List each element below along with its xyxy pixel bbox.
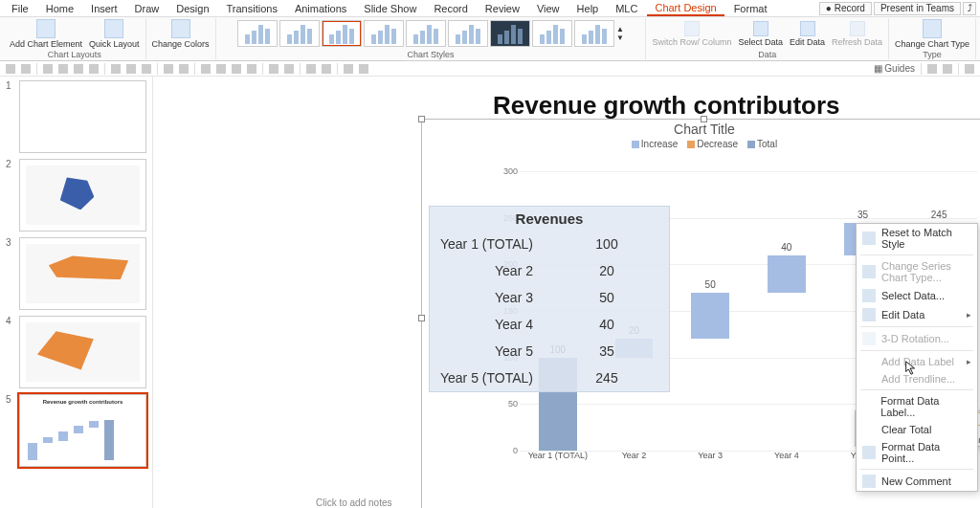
tab-format[interactable]: Format bbox=[726, 2, 775, 15]
tab-chart-design[interactable]: Chart Design bbox=[647, 1, 724, 16]
undo-icon[interactable] bbox=[6, 64, 15, 74]
styles-more-icon[interactable]: ▲ bbox=[616, 25, 624, 33]
chart-style-8[interactable] bbox=[532, 20, 572, 47]
styles-more-icon[interactable]: ▼ bbox=[616, 33, 624, 42]
notes-placeholder[interactable]: Click to add notes bbox=[316, 497, 392, 508]
chart-style-3[interactable] bbox=[322, 20, 362, 47]
tab-transitions[interactable]: Transitions bbox=[219, 2, 285, 15]
tab-view[interactable]: View bbox=[529, 2, 568, 15]
tab-animations[interactable]: Animations bbox=[287, 2, 354, 15]
tab-file[interactable]: File bbox=[4, 2, 36, 15]
tab-draw[interactable]: Draw bbox=[127, 2, 167, 15]
font-color-icon[interactable] bbox=[359, 64, 368, 74]
group-icon[interactable] bbox=[284, 64, 294, 74]
chart-bar[interactable] bbox=[691, 293, 729, 340]
data-label[interactable]: 50 bbox=[705, 279, 716, 290]
tab-review[interactable]: Review bbox=[478, 2, 527, 15]
share-icon[interactable]: ⤴ bbox=[963, 2, 976, 15]
present-in-teams-button[interactable]: Present in Teams bbox=[874, 2, 961, 15]
new-slide-icon[interactable] bbox=[43, 64, 53, 74]
indent-icon[interactable] bbox=[164, 64, 173, 74]
text-icon[interactable] bbox=[58, 64, 68, 74]
tab-insert[interactable]: Insert bbox=[83, 2, 125, 15]
group-data: Data bbox=[758, 50, 776, 59]
chart-legend[interactable]: Increase Decrease Total bbox=[422, 139, 980, 149]
group-chart-styles: Chart Styles bbox=[408, 50, 455, 59]
slide-thumb-2[interactable]: 2 bbox=[6, 159, 146, 232]
align-right-icon[interactable] bbox=[142, 64, 151, 74]
chart-style-2[interactable] bbox=[279, 20, 320, 47]
zoom-icon[interactable] bbox=[927, 64, 937, 74]
chart-style-7[interactable] bbox=[490, 20, 530, 47]
ctx-clear-total[interactable]: Clear Total bbox=[857, 421, 977, 438]
help-icon[interactable] bbox=[965, 64, 974, 74]
tab-design[interactable]: Design bbox=[168, 2, 216, 15]
ctx-reset-style[interactable]: Reset to Match Style bbox=[857, 224, 977, 253]
slide-thumb-1[interactable]: 1 bbox=[6, 80, 146, 153]
tab-home[interactable]: Home bbox=[38, 2, 81, 15]
table-row: Year 5 (TOTAL)245 bbox=[430, 364, 669, 391]
ctx-new-comment[interactable]: New Comment bbox=[857, 472, 977, 491]
ctx-edit-data[interactable]: Edit Data▸ bbox=[857, 305, 977, 324]
chart-style-1[interactable] bbox=[237, 20, 278, 47]
align-left-icon[interactable] bbox=[111, 64, 121, 74]
ctx-format-data-point[interactable]: Format Data Point... bbox=[857, 438, 977, 467]
line-icon[interactable] bbox=[232, 64, 241, 74]
tab-record[interactable]: Record bbox=[426, 2, 475, 15]
fill-icon[interactable] bbox=[216, 64, 226, 74]
legend-decrease-swatch bbox=[687, 141, 695, 148]
arrange-icon[interactable] bbox=[269, 64, 278, 74]
chart-style-9[interactable] bbox=[574, 20, 614, 47]
quick-access-toolbar: ▦ Guides bbox=[0, 61, 980, 77]
data-label[interactable]: 35 bbox=[858, 210, 868, 220]
edit-data-button[interactable]: Edit Data bbox=[788, 21, 827, 47]
table-row: Year 1 (TOTAL)100 bbox=[430, 231, 669, 257]
chart-style-5[interactable] bbox=[406, 20, 446, 47]
slide-thumb-4[interactable]: 4 bbox=[6, 316, 146, 388]
quick-layout-button[interactable]: Quick Layout bbox=[87, 19, 142, 49]
change-chart-type-button[interactable]: Change Chart Type bbox=[893, 19, 971, 49]
data-label[interactable]: 245 bbox=[931, 210, 947, 220]
fit-icon[interactable] bbox=[943, 64, 952, 74]
table-row: Year 220 bbox=[430, 257, 669, 284]
distribute-v-icon[interactable] bbox=[322, 64, 331, 74]
distribute-h-icon[interactable] bbox=[306, 64, 316, 74]
table-row: Year 350 bbox=[430, 284, 669, 311]
legend-increase-swatch bbox=[632, 141, 639, 148]
align-center-icon[interactable] bbox=[126, 64, 136, 74]
chart-title[interactable]: Chart Title bbox=[422, 121, 980, 137]
tab-mlc[interactable]: MLC bbox=[608, 2, 645, 15]
chart-style-6[interactable] bbox=[448, 20, 488, 47]
workspace: 1 2 3 4 5 Revenue growth contributors Re… bbox=[0, 77, 980, 508]
color-icon[interactable] bbox=[344, 64, 353, 74]
context-menu: Reset to Match Style Change Series Chart… bbox=[856, 223, 978, 492]
add-chart-element-button[interactable]: Add Chart Element bbox=[8, 19, 84, 49]
slide-thumb-3[interactable]: 3 bbox=[6, 237, 146, 310]
ctx-format-data-label[interactable]: Format Data Label... bbox=[857, 392, 977, 421]
tab-slideshow[interactable]: Slide Show bbox=[356, 2, 424, 15]
slide-canvas[interactable]: Revenue growth contributors ＋ ✎ Chart Ti… bbox=[153, 77, 980, 508]
outdent-icon[interactable] bbox=[179, 64, 189, 74]
chart-object[interactable]: ＋ ✎ Chart Title Increase Decrease Total … bbox=[421, 119, 980, 508]
tab-help[interactable]: Help bbox=[569, 2, 607, 15]
chart-bar[interactable] bbox=[768, 255, 806, 293]
shape-icon[interactable] bbox=[201, 64, 211, 74]
group-type: Type bbox=[923, 50, 942, 59]
table-row: Year 440 bbox=[430, 311, 669, 338]
data-label[interactable]: 40 bbox=[781, 242, 791, 253]
page-title[interactable]: Revenue growth contributors bbox=[493, 91, 840, 121]
chart-style-4[interactable] bbox=[364, 20, 404, 47]
redo-icon[interactable] bbox=[21, 64, 31, 74]
switch-row-column-button: Switch Row/ Column bbox=[650, 21, 733, 47]
bold-icon[interactable] bbox=[74, 64, 83, 74]
ctx-add-data-label: Add Data Label▸ bbox=[857, 353, 977, 370]
ctx-select-data[interactable]: Select Data... bbox=[857, 286, 977, 305]
guides-toggle[interactable]: ▦ Guides bbox=[874, 63, 915, 74]
slide-thumb-5[interactable]: 5 Revenue growth contributors bbox=[6, 394, 146, 467]
record-button[interactable]: ● Record bbox=[819, 2, 872, 15]
change-colors-button[interactable]: Change Colors bbox=[150, 19, 212, 49]
arrow-icon[interactable] bbox=[247, 64, 256, 74]
select-data-button[interactable]: Select Data bbox=[737, 21, 786, 47]
italic-icon[interactable] bbox=[89, 64, 99, 74]
data-table-overlay[interactable]: Revenues Year 1 (TOTAL)100 Year 220 Year… bbox=[429, 206, 670, 392]
